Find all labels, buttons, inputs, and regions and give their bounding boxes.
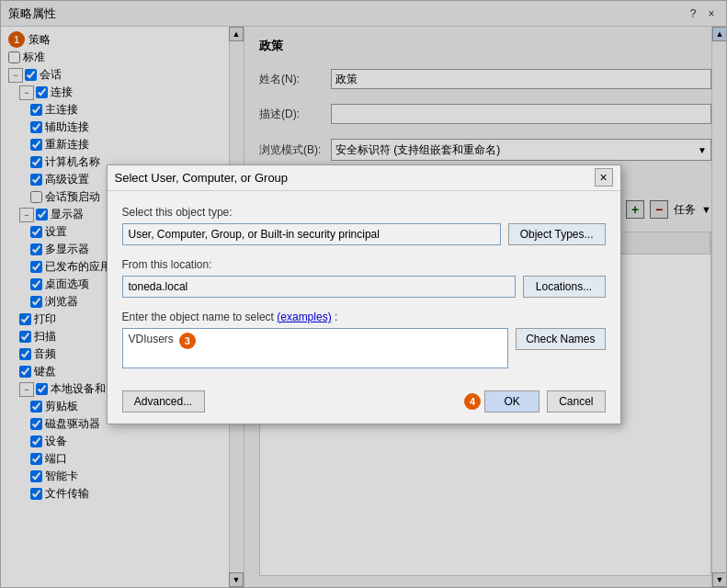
ok-button[interactable]: OK bbox=[484, 390, 540, 413]
object-type-section: Select this object type: Object Types... bbox=[122, 206, 606, 245]
advanced-button[interactable]: Advanced... bbox=[122, 390, 205, 413]
object-type-label: Select this object type: bbox=[122, 206, 606, 219]
check-names-button[interactable]: Check Names bbox=[516, 328, 605, 350]
examples-link[interactable]: (examples) bbox=[277, 311, 331, 323]
object-name-input-area[interactable]: VDIusers 3 bbox=[122, 328, 509, 368]
object-name-row: VDIusers 3 Check Names bbox=[122, 328, 606, 368]
dialog-overlay: Select User, Computer, or Group × Select… bbox=[1, 1, 726, 587]
dialog-title-bar: Select User, Computer, or Group × bbox=[108, 165, 620, 191]
select-user-dialog: Select User, Computer, or Group × Select… bbox=[107, 164, 621, 424]
dialog-footer: Advanced... 4 OK Cancel bbox=[108, 383, 620, 424]
object-types-button[interactable]: Object Types... bbox=[508, 223, 606, 245]
badge-4: 4 bbox=[464, 393, 481, 410]
badge-3: 3 bbox=[179, 333, 196, 349]
main-window: 策略属性 ? × 1 策略 标准 − bbox=[0, 0, 727, 588]
footer-left: Advanced... bbox=[122, 390, 458, 413]
location-input[interactable] bbox=[122, 276, 516, 298]
object-name-label: Enter the object name to select (example… bbox=[122, 311, 606, 323]
cancel-button[interactable]: Cancel bbox=[547, 390, 605, 413]
dialog-title: Select User, Computer, or Group bbox=[115, 171, 289, 185]
ok-btn-wrapper: 4 OK bbox=[464, 390, 540, 413]
object-type-row: Object Types... bbox=[122, 223, 606, 245]
location-row: Locations... bbox=[122, 276, 606, 298]
dialog-body: Select this object type: Object Types...… bbox=[108, 191, 620, 383]
location-label: From this location: bbox=[122, 258, 606, 271]
object-name-section: Enter the object name to select (example… bbox=[122, 311, 606, 368]
location-section: From this location: Locations... bbox=[122, 258, 606, 298]
locations-button[interactable]: Locations... bbox=[523, 276, 606, 298]
dialog-close-button[interactable]: × bbox=[595, 168, 613, 187]
object-type-input[interactable] bbox=[122, 223, 501, 245]
footer-right: 4 OK Cancel bbox=[464, 390, 605, 413]
object-name-value: VDIusers bbox=[129, 333, 174, 345]
